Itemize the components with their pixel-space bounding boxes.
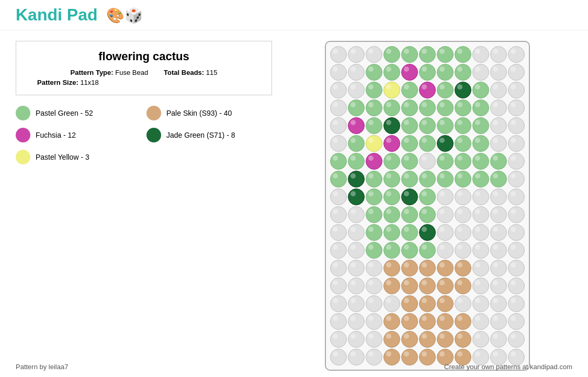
bead xyxy=(472,313,489,330)
bead xyxy=(366,331,382,348)
bead xyxy=(419,260,436,276)
bead xyxy=(490,46,507,63)
bead xyxy=(419,313,436,330)
bead xyxy=(455,64,471,81)
footer: Pattern by leilaa7 Create your own patte… xyxy=(16,363,572,371)
bead xyxy=(330,82,347,98)
bead xyxy=(348,206,365,223)
bead xyxy=(366,99,382,116)
bead xyxy=(472,188,489,205)
bead xyxy=(401,171,418,187)
bead xyxy=(472,206,489,223)
pattern-by: Pattern by leilaa7 xyxy=(16,363,68,371)
bead xyxy=(508,313,525,330)
bead xyxy=(419,171,436,187)
bead xyxy=(437,117,454,134)
bead xyxy=(348,295,365,312)
bead xyxy=(401,46,418,63)
type-value: Fuse Bead xyxy=(115,69,148,76)
bead xyxy=(401,117,418,134)
bead xyxy=(366,153,382,170)
bead xyxy=(401,82,418,98)
bead xyxy=(437,153,454,170)
bead xyxy=(508,331,525,348)
bead xyxy=(455,206,471,223)
bead xyxy=(455,260,471,276)
color-item: Pastel Green - 52 xyxy=(16,106,141,120)
bead xyxy=(401,206,418,223)
bead xyxy=(472,331,489,348)
bead xyxy=(472,224,489,241)
bead xyxy=(366,46,382,63)
bead xyxy=(383,82,400,98)
bead xyxy=(437,331,454,348)
logo-icon: 🎨🎲 xyxy=(106,7,143,24)
bead xyxy=(437,278,454,294)
bead xyxy=(383,171,400,187)
bead xyxy=(455,295,471,312)
bead xyxy=(508,278,525,294)
bead xyxy=(348,117,365,134)
bead xyxy=(508,171,525,187)
bead xyxy=(419,64,436,81)
bead xyxy=(472,171,489,187)
pattern-meta: Pattern Type: Fuse Bead Total Beads: 115 xyxy=(27,69,261,76)
bead xyxy=(348,82,365,98)
bead xyxy=(348,64,365,81)
bead xyxy=(508,153,525,170)
bead xyxy=(508,224,525,241)
bead xyxy=(419,46,436,63)
bead xyxy=(490,313,507,330)
bead xyxy=(348,242,365,259)
bead xyxy=(348,331,365,348)
bead xyxy=(330,135,347,152)
bead xyxy=(490,117,507,134)
bead xyxy=(437,99,454,116)
bead xyxy=(437,206,454,223)
bead xyxy=(401,135,418,152)
bead xyxy=(508,206,525,223)
bead xyxy=(401,188,418,205)
bead xyxy=(490,260,507,276)
bead xyxy=(472,117,489,134)
bead xyxy=(437,82,454,98)
bead xyxy=(437,171,454,187)
bead xyxy=(455,99,471,116)
bead xyxy=(472,135,489,152)
bead xyxy=(455,224,471,241)
bead xyxy=(366,135,382,152)
color-item: Pale Skin (S93) - 40 xyxy=(146,106,272,120)
bead xyxy=(383,313,400,330)
bead xyxy=(348,99,365,116)
bead xyxy=(455,117,471,134)
bead xyxy=(490,278,507,294)
bead xyxy=(330,188,347,205)
bead xyxy=(437,313,454,330)
bead xyxy=(508,260,525,276)
logo: Kandi Pad 🎨🎲 xyxy=(16,5,143,25)
bead xyxy=(330,313,347,330)
bead xyxy=(366,206,382,223)
bead xyxy=(455,313,471,330)
type-label: Pattern Type: xyxy=(71,69,114,76)
bead xyxy=(330,117,347,134)
bead xyxy=(383,153,400,170)
bead xyxy=(419,331,436,348)
bead xyxy=(419,99,436,116)
bead xyxy=(490,171,507,187)
pattern-type: Pattern Type: Fuse Bead xyxy=(71,69,149,76)
bead xyxy=(330,224,347,241)
bead xyxy=(490,82,507,98)
bead xyxy=(330,46,347,63)
bead xyxy=(383,295,400,312)
bead xyxy=(366,278,382,294)
bead xyxy=(455,171,471,187)
bead xyxy=(348,224,365,241)
bead xyxy=(348,153,365,170)
color-label: Pastel Yellow - 3 xyxy=(36,153,89,161)
bead xyxy=(508,295,525,312)
bead xyxy=(472,295,489,312)
bead xyxy=(490,331,507,348)
bead xyxy=(330,278,347,294)
bead xyxy=(330,331,347,348)
